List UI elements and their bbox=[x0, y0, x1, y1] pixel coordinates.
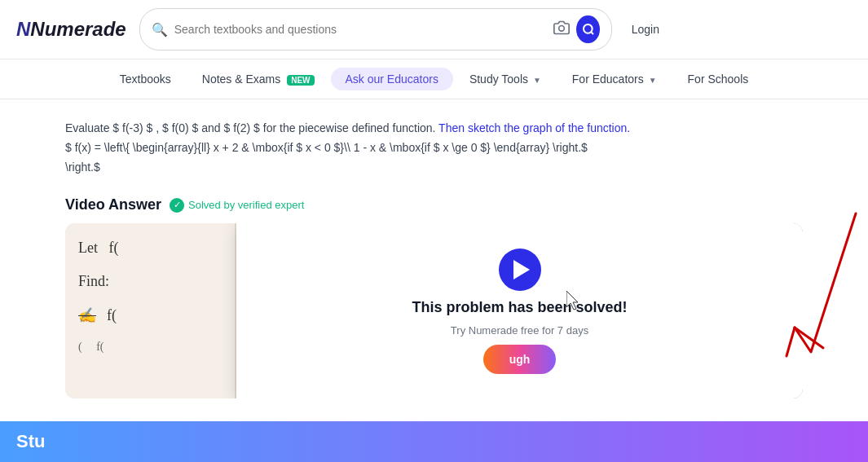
cta-button[interactable]: ugh bbox=[483, 345, 557, 374]
problem-text: Evaluate $ f(-3) $ , $ f(0) $ and $ f(2)… bbox=[65, 119, 734, 177]
solved-title: This problem has been solved! bbox=[412, 299, 627, 316]
chevron-down-icon: ▼ bbox=[533, 76, 541, 85]
search-icon: 🔍 bbox=[152, 22, 168, 37]
logo: NNumerade bbox=[16, 18, 126, 41]
nav-item-for-schools[interactable]: For Schools bbox=[673, 68, 764, 90]
camera-icon[interactable] bbox=[553, 20, 570, 39]
paywall-overlay: This problem has been solved! Try Numera… bbox=[236, 223, 803, 398]
bottom-bar: Stu bbox=[0, 421, 868, 462]
chevron-down-icon: ▼ bbox=[649, 76, 657, 85]
bottom-text: Stu bbox=[16, 431, 45, 452]
header: NNumerade 🔍 Login bbox=[0, 0, 868, 59]
main-content: Evaluate $ f(-3) $ , $ f(0) $ and $ f(2)… bbox=[0, 99, 868, 418]
search-button[interactable] bbox=[576, 15, 599, 43]
search-input[interactable] bbox=[174, 23, 548, 36]
svg-point-0 bbox=[559, 26, 565, 32]
search-bar: 🔍 bbox=[139, 8, 612, 51]
video-background: Let f( Find: ✍ f( ( f( This problem has … bbox=[65, 223, 803, 398]
solved-subtitle: Try Numerade free for 7 days bbox=[451, 324, 588, 337]
hw-line-1: Let f( bbox=[78, 240, 222, 257]
hw-line-2: Find: bbox=[78, 273, 222, 290]
login-button[interactable]: Login bbox=[632, 23, 659, 36]
video-answer-title: Video Answer bbox=[65, 196, 161, 213]
svg-line-2 bbox=[591, 32, 593, 34]
play-button[interactable] bbox=[499, 249, 541, 291]
nav-item-textbooks[interactable]: Textbooks bbox=[105, 68, 186, 90]
hw-line-4: ( f( bbox=[78, 341, 222, 354]
navigation: Textbooks Notes & Exams NEW Ask our Educ… bbox=[0, 59, 868, 99]
verified-badge: ✓ Solved by verified expert bbox=[170, 198, 304, 213]
video-container: Let f( Find: ✍ f( ( f( This problem has … bbox=[65, 223, 803, 398]
play-icon bbox=[513, 260, 530, 279]
video-answer-section: Video Answer ✓ Solved by verified expert… bbox=[65, 196, 803, 398]
verified-check-icon: ✓ bbox=[170, 198, 184, 213]
video-answer-header: Video Answer ✓ Solved by verified expert bbox=[65, 196, 803, 213]
svg-point-1 bbox=[584, 24, 593, 33]
nav-item-notes-exams[interactable]: Notes & Exams NEW bbox=[187, 68, 329, 90]
new-badge: NEW bbox=[287, 75, 314, 86]
nav-item-study-tools[interactable]: Study Tools ▼ bbox=[455, 68, 556, 90]
hw-line-3: ✍ f( bbox=[78, 306, 222, 324]
nav-item-ask-educators[interactable]: Ask our Educators bbox=[331, 68, 453, 90]
handwritten-notes: Let f( Find: ✍ f( ( f( bbox=[65, 223, 236, 398]
nav-item-for-educators[interactable]: For Educators ▼ bbox=[557, 68, 672, 90]
